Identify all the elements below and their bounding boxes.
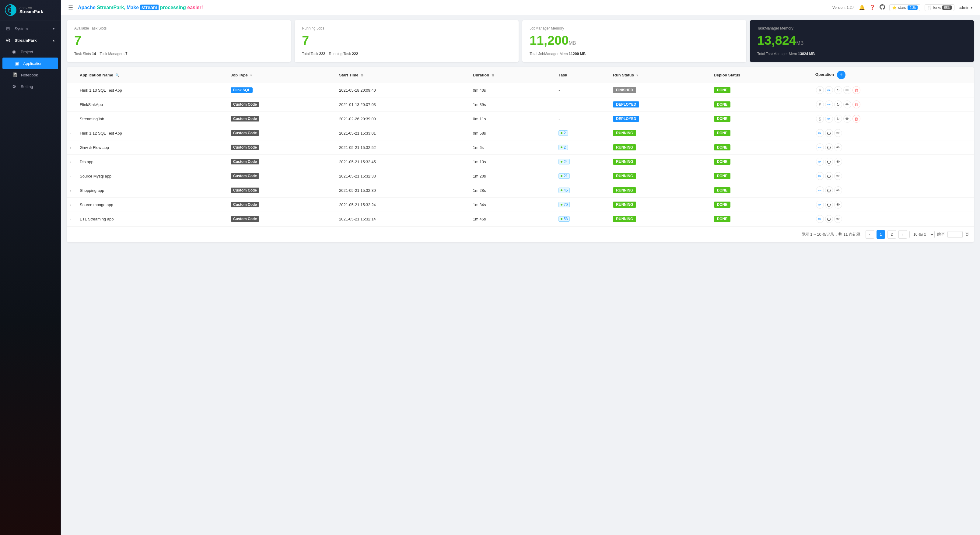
refresh-button[interactable]: ↻ bbox=[834, 100, 842, 108]
sidebar-item-label: Application bbox=[23, 61, 43, 66]
operations-cell: ✏⏻👁 bbox=[812, 169, 974, 183]
search-icon[interactable]: 🔍 bbox=[115, 73, 119, 77]
menu-icon[interactable]: ☰ bbox=[68, 4, 73, 11]
edit-button[interactable]: ✏ bbox=[816, 129, 824, 137]
operations-cell: ⎘✏↻👁🗑 bbox=[812, 83, 974, 97]
edit-button[interactable]: ✏ bbox=[816, 143, 824, 151]
filter-icon[interactable]: ▾ bbox=[250, 73, 252, 77]
task-dot-icon bbox=[561, 161, 562, 162]
sidebar-item-setting[interactable]: ⚙ Setting bbox=[0, 81, 60, 92]
copy-button[interactable]: ⎘ bbox=[816, 100, 824, 108]
expand-button[interactable]: › bbox=[70, 175, 71, 178]
view-button[interactable]: 👁 bbox=[834, 143, 842, 151]
view-button[interactable]: 👁 bbox=[834, 186, 842, 194]
view-button[interactable]: 👁 bbox=[834, 215, 842, 223]
application-table: Application Name 🔍 Job Type ▾ Start Time… bbox=[67, 67, 974, 242]
delete-button[interactable]: 🗑 bbox=[853, 86, 861, 94]
expand-button[interactable]: › bbox=[70, 160, 71, 164]
logo-text: APACHE StreamPark bbox=[19, 6, 43, 14]
notification-icon[interactable]: 🔔 bbox=[859, 5, 865, 10]
expand-button[interactable]: › bbox=[70, 146, 71, 150]
refresh-button[interactable]: ↻ bbox=[834, 86, 842, 94]
power-button[interactable]: ⏻ bbox=[825, 129, 833, 137]
power-button[interactable]: ⏻ bbox=[825, 201, 833, 209]
view-button[interactable]: 👁 bbox=[843, 115, 851, 123]
view-button[interactable]: 👁 bbox=[834, 129, 842, 137]
question-icon[interactable]: ❓ bbox=[869, 5, 875, 10]
view-button[interactable]: 👁 bbox=[834, 158, 842, 166]
setting-icon: ⚙ bbox=[12, 84, 18, 89]
streampark-icon: ◎ bbox=[6, 37, 11, 43]
sidebar-item-application[interactable]: ▣ Application bbox=[2, 57, 58, 69]
power-button[interactable]: ⏻ bbox=[825, 215, 833, 223]
stat-label: Available Task Slots bbox=[74, 26, 284, 30]
sort-icon[interactable]: ⇅ bbox=[361, 73, 363, 77]
copy-button[interactable]: ⎘ bbox=[816, 115, 824, 123]
expand-button[interactable]: › bbox=[70, 132, 71, 135]
task-dot-icon bbox=[561, 189, 562, 191]
sidebar-item-system[interactable]: ⊞ System ▾ bbox=[0, 23, 60, 34]
view-button[interactable]: 👁 bbox=[843, 86, 851, 94]
run-status-badge: RUNNING bbox=[613, 187, 636, 193]
edit-button[interactable]: ✏ bbox=[825, 86, 833, 94]
duration: 1m 34s bbox=[470, 197, 555, 212]
copy-button[interactable]: ⎘ bbox=[816, 86, 824, 94]
refresh-button[interactable]: ↻ bbox=[834, 115, 842, 123]
tm-mem-detail: Total TaskManager Mem 13824 MB bbox=[757, 52, 815, 56]
run-status-badge: FINISHED bbox=[613, 87, 636, 93]
expand-button[interactable]: › bbox=[70, 189, 71, 193]
stars-button[interactable]: ⭐ stars 2.3k bbox=[889, 4, 920, 11]
job-type-badge: Flink SQL bbox=[231, 88, 253, 93]
sidebar-item-streampark[interactable]: ◎ StreamPark ▴ bbox=[0, 34, 60, 46]
forks-button[interactable]: 🍴 forks 556 bbox=[924, 4, 954, 11]
view-button[interactable]: 👁 bbox=[834, 201, 842, 209]
deploy-status-badge: DONE bbox=[714, 116, 731, 122]
col-deploy-status: Deploy Status bbox=[711, 67, 812, 83]
running-task-detail: Running Task 222 bbox=[329, 52, 358, 56]
app-name: Gmv & Flow app bbox=[77, 140, 228, 155]
sort-icon[interactable]: ⇅ bbox=[492, 73, 494, 77]
edit-button[interactable]: ✏ bbox=[816, 158, 824, 166]
edit-button[interactable]: ✏ bbox=[816, 201, 824, 209]
expand-button[interactable]: › bbox=[70, 203, 71, 207]
col-start-time: Start Time ⇅ bbox=[336, 67, 470, 83]
logo: APACHE StreamPark bbox=[0, 0, 60, 21]
operations-cell: ⎘✏↻👁🗑 bbox=[812, 112, 974, 126]
title-make: Make bbox=[126, 5, 140, 10]
edit-button[interactable]: ✏ bbox=[816, 215, 824, 223]
edit-button[interactable]: ✏ bbox=[825, 100, 833, 108]
page-1-button[interactable]: 1 bbox=[877, 230, 885, 239]
power-button[interactable]: ⏻ bbox=[825, 186, 833, 194]
power-button[interactable]: ⏻ bbox=[825, 172, 833, 180]
sidebar-item-notebook[interactable]: 📓 Notebook bbox=[0, 69, 60, 81]
delete-button[interactable]: 🗑 bbox=[853, 115, 861, 123]
duration: 1m 6s bbox=[470, 140, 555, 155]
page-size-select[interactable]: 10 条/页 20 条/页 50 条/页 bbox=[909, 231, 935, 238]
operations-cell: ✏⏻👁 bbox=[812, 197, 974, 212]
jm-unit: MB bbox=[568, 40, 576, 46]
edit-button[interactable]: ✏ bbox=[816, 186, 824, 194]
power-button[interactable]: ⏻ bbox=[825, 143, 833, 151]
filter-icon[interactable]: ▾ bbox=[636, 73, 638, 77]
task-badge: 70 bbox=[558, 202, 570, 207]
jm-value: 11,200 bbox=[530, 33, 568, 48]
next-page-button[interactable]: › bbox=[899, 230, 907, 239]
delete-button[interactable]: 🗑 bbox=[853, 100, 861, 108]
run-status-badge: DEPLOYED bbox=[613, 116, 639, 122]
view-button[interactable]: 👁 bbox=[834, 172, 842, 180]
admin-menu[interactable]: admin ▾ bbox=[959, 5, 973, 10]
expand-button[interactable]: › bbox=[70, 217, 71, 221]
edit-button[interactable]: ✏ bbox=[825, 115, 833, 123]
github-icon[interactable] bbox=[880, 4, 885, 11]
goto-input[interactable] bbox=[947, 231, 963, 238]
view-button[interactable]: 👁 bbox=[843, 100, 851, 108]
table-row: ›Dts appCustom Code2021-05-21 15:32:451m… bbox=[67, 155, 974, 169]
table-row: ›Source mongo appCustom Code2021-05-21 1… bbox=[67, 197, 974, 212]
add-application-button[interactable]: + bbox=[837, 71, 845, 79]
sidebar-item-project[interactable]: ◉ Project bbox=[0, 46, 60, 57]
prev-page-button[interactable]: ‹ bbox=[865, 230, 874, 239]
edit-button[interactable]: ✏ bbox=[816, 172, 824, 180]
svg-point-0 bbox=[8, 8, 13, 13]
page-2-button[interactable]: 2 bbox=[888, 230, 896, 239]
power-button[interactable]: ⏻ bbox=[825, 158, 833, 166]
